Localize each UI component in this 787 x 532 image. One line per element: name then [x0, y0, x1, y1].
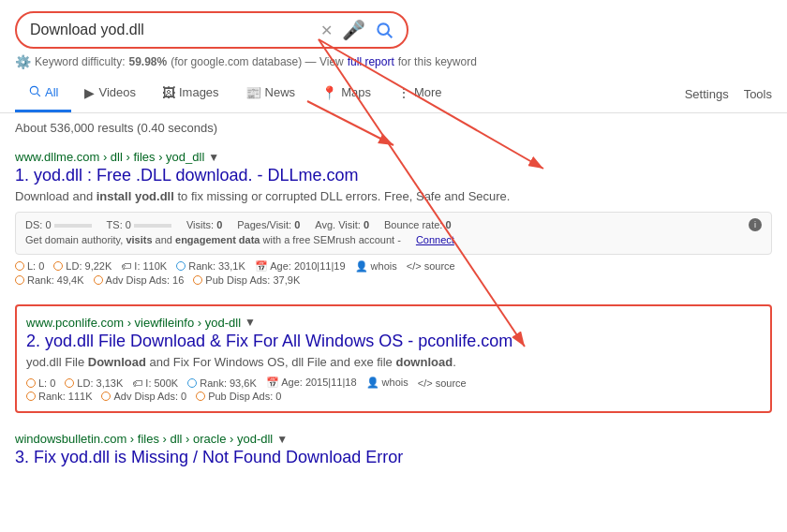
full-report-link[interactable]: full report [348, 55, 394, 68]
info-icon[interactable]: i [749, 218, 762, 231]
keyword-middle: (for google.com database) — View [171, 55, 344, 68]
svg-line-5 [388, 34, 393, 38]
tab-maps[interactable]: 📍 Maps [308, 76, 384, 112]
metric-source-2: </> source [418, 377, 467, 389]
result-desc-1: Download and install yod.dll to fix miss… [15, 187, 772, 206]
metric-source-1: </> source [407, 260, 455, 272]
result-url-2: www.pconlife.com › viewfileinfo › yod-dl… [26, 316, 761, 330]
metric-l-2: L: 0 [26, 377, 55, 389]
url-dropdown-1[interactable]: ▼ [208, 151, 219, 164]
keyword-percent: 59.98% [129, 55, 168, 68]
result-title-1[interactable]: 1. yod.dll : Free .DLL download. - DLLme… [15, 166, 772, 185]
seo-visits: Visits: 0 [186, 219, 222, 230]
maps-icon: 📍 [321, 85, 337, 100]
metric-i-1: 🏷 I: 110K [121, 260, 167, 272]
svg-point-6 [30, 86, 37, 94]
tools-link[interactable]: Tools [744, 87, 772, 101]
metric-i-2: 🏷 I: 500K [132, 377, 178, 389]
seo-note: Get domain authority, visits and engagem… [25, 234, 401, 245]
seo-bounce: Bounce rate: 0 [384, 219, 452, 230]
metric-rank-1: Rank: 33,1K [176, 260, 245, 272]
seo-row-top: DS: 0 TS: 0 Visits: 0 Pages/Visit: 0 Avg… [25, 218, 762, 231]
metric-rank2-2: Rank: 111K [26, 391, 92, 402]
metric-adv-1: Adv Disp Ads: 16 [94, 274, 185, 286]
seo-metrics-2b: Rank: 111K Adv Disp Ads: 0 Pub Disp Ads:… [26, 391, 761, 402]
nav-tabs: All ▶ Videos 🖼 Images 📰 News 📍 Maps ⋮ Mo… [0, 75, 787, 113]
result-url-1: www.dllme.com › dll › files › yod_dll ▼ [15, 150, 772, 164]
all-icon [28, 84, 41, 100]
result-url-3: windowsbulletin.com › files › dll › orac… [15, 432, 772, 446]
images-icon: 🖼 [162, 85, 175, 100]
metric-age-1: 📅 Age: 2010|11|19 [255, 260, 346, 273]
tab-more-label: More [414, 85, 442, 99]
metric-pub-1: Pub Disp Ads: 37,9K [193, 274, 300, 286]
tab-images[interactable]: 🖼 Images [149, 76, 232, 112]
clear-button[interactable]: ✕ [320, 22, 333, 39]
seo-ts: TS: 0 [107, 219, 171, 230]
tab-videos[interactable]: ▶ Videos [71, 76, 149, 112]
keyword-emoji: ⚙️ [15, 54, 31, 69]
result-url-text-3: windowsbulletin.com › files › dll › orac… [15, 432, 273, 446]
url-dropdown-3[interactable]: ▼ [276, 433, 288, 446]
metric-pub-2: Pub Disp Ads: 0 [196, 391, 281, 402]
svg-point-4 [378, 23, 389, 35]
keyword-suffix: for this keyword [398, 55, 477, 68]
search-input[interactable]: Download yod.dll [30, 22, 320, 38]
seo-bar-1: DS: 0 TS: 0 Visits: 0 Pages/Visit: 0 Avg… [15, 212, 772, 255]
svg-line-7 [37, 94, 40, 96]
metric-whois-2: 👤 whois [366, 377, 408, 389]
metric-adv-2: Adv Disp Ads: 0 [101, 391, 186, 402]
keyword-bar: ⚙️ Keyword difficulty: 59.98% (for googl… [0, 49, 787, 75]
result-url-text-1: www.dllme.com › dll › files › yod_dll [15, 150, 204, 164]
metric-whois-1: 👤 whois [355, 260, 397, 273]
tab-videos-label: Videos [98, 85, 136, 99]
videos-icon: ▶ [84, 85, 95, 100]
top-bar: Download yod.dll ✕ 🎤 [0, 0, 787, 49]
tab-more[interactable]: ⋮ More [384, 76, 455, 112]
settings-link[interactable]: Settings [685, 87, 729, 101]
connect-link[interactable]: Connect [416, 234, 454, 245]
result-item-3: windowsbulletin.com › files › dll › orac… [15, 432, 772, 467]
seo-ds: DS: 0 [25, 219, 92, 230]
nav-right: Settings Tools [685, 87, 772, 101]
metric-l-1: L: 0 [15, 260, 44, 272]
mic-button[interactable]: 🎤 [342, 19, 365, 41]
seo-metrics-1: L: 0 LD: 9,22K 🏷 I: 110K Rank: 33,1K 📅 A… [15, 260, 772, 273]
more-icon: ⋮ [397, 85, 410, 100]
result-desc-2: yod.dll File Download and Fix For Window… [26, 353, 761, 372]
tab-news[interactable]: 📰 News [232, 76, 309, 112]
metric-rank2-1: Rank: 49,4K [15, 274, 84, 286]
metric-ld-1: LD: 9,22K [53, 260, 111, 272]
tab-all-label: All [45, 85, 58, 99]
metric-rank-2: Rank: 93,6K [187, 377, 257, 389]
result-title-3[interactable]: 3. Fix yod.dll is Missing / Not Found Do… [15, 448, 772, 467]
metric-ld-2: LD: 3,13K [65, 377, 123, 389]
result-title-2[interactable]: 2. yod.dll File Download & Fix For All W… [26, 332, 761, 351]
keyword-text: Keyword difficulty: [35, 55, 126, 68]
seo-metrics-1b: Rank: 49,4K Adv Disp Ads: 16 Pub Disp Ad… [15, 274, 772, 286]
url-dropdown-2[interactable]: ▼ [245, 316, 256, 329]
search-box-wrapper: Download yod.dll ✕ 🎤 [15, 11, 408, 49]
seo-row-bottom: Get domain authority, visits and engagem… [25, 234, 762, 245]
result-item-2: www.pconlife.com › viewfileinfo › yod-dl… [15, 304, 772, 414]
results-section: About 536,000 results (0.40 seconds) www… [0, 113, 787, 484]
result-count: About 536,000 results (0.40 seconds) [15, 121, 772, 135]
result-item-1: www.dllme.com › dll › files › yod_dll ▼ … [15, 150, 772, 286]
tab-maps-label: Maps [341, 85, 371, 99]
tab-all[interactable]: All [15, 75, 71, 112]
tab-images-label: Images [179, 85, 219, 99]
result-url-text-2: www.pconlife.com › viewfileinfo › yod-dl… [26, 316, 241, 330]
search-button[interactable] [375, 21, 394, 39]
seo-metrics-2: L: 0 LD: 3,13K 🏷 I: 500K Rank: 93,6K 📅 A… [26, 377, 761, 389]
seo-pages: Pages/Visit: 0 [237, 219, 300, 230]
tab-news-label: News [265, 85, 296, 99]
metric-age-2: 📅 Age: 2015|11|18 [266, 377, 357, 389]
news-icon: 📰 [245, 85, 261, 100]
search-icons: ✕ 🎤 [320, 19, 394, 41]
seo-avg: Avg. Visit: 0 [315, 219, 369, 230]
